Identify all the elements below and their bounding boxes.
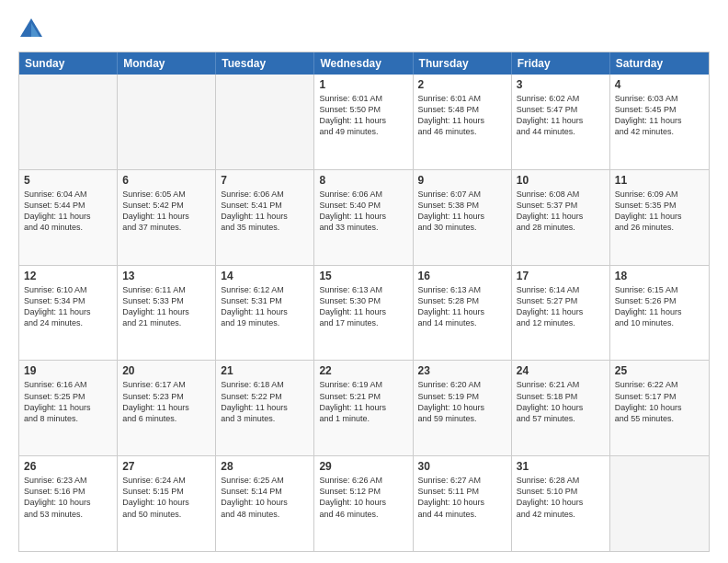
day-number: 21 bbox=[221, 364, 309, 377]
cell-text: Sunrise: 6:12 AM Sunset: 5:31 PM Dayligh… bbox=[221, 284, 309, 329]
day-number: 3 bbox=[517, 78, 605, 91]
cell-text: Sunrise: 6:14 AM Sunset: 5:27 PM Dayligh… bbox=[517, 284, 605, 329]
header bbox=[18, 17, 710, 42]
calendar-row: 1Sunrise: 6:01 AM Sunset: 5:50 PM Daylig… bbox=[19, 75, 709, 170]
day-number: 20 bbox=[122, 364, 210, 377]
calendar-cell: 27Sunrise: 6:24 AM Sunset: 5:15 PM Dayli… bbox=[118, 456, 216, 551]
day-number: 12 bbox=[24, 270, 112, 282]
calendar-cell: 7Sunrise: 6:06 AM Sunset: 5:41 PM Daylig… bbox=[216, 170, 314, 265]
calendar-cell: 8Sunrise: 6:06 AM Sunset: 5:40 PM Daylig… bbox=[314, 170, 413, 265]
calendar-cell: 15Sunrise: 6:13 AM Sunset: 5:30 PM Dayli… bbox=[314, 266, 413, 361]
day-number: 9 bbox=[418, 174, 506, 187]
calendar-cell: 24Sunrise: 6:21 AM Sunset: 5:18 PM Dayli… bbox=[512, 361, 610, 455]
cell-text: Sunrise: 6:28 AM Sunset: 5:10 PM Dayligh… bbox=[517, 475, 605, 520]
day-number: 18 bbox=[615, 270, 704, 282]
header-cell-sunday: Sunday bbox=[19, 52, 118, 75]
calendar-row: 12Sunrise: 6:10 AM Sunset: 5:34 PM Dayli… bbox=[19, 266, 709, 362]
cell-text: Sunrise: 6:18 AM Sunset: 5:22 PM Dayligh… bbox=[221, 379, 309, 424]
calendar-cell: 29Sunrise: 6:26 AM Sunset: 5:12 PM Dayli… bbox=[314, 456, 413, 551]
cell-text: Sunrise: 6:17 AM Sunset: 5:23 PM Dayligh… bbox=[122, 379, 210, 424]
day-number: 29 bbox=[319, 460, 407, 473]
header-cell-saturday: Saturday bbox=[610, 52, 709, 75]
calendar-row: 26Sunrise: 6:23 AM Sunset: 5:16 PM Dayli… bbox=[19, 456, 709, 551]
cell-text: Sunrise: 6:02 AM Sunset: 5:47 PM Dayligh… bbox=[517, 93, 605, 138]
calendar-cell: 4Sunrise: 6:03 AM Sunset: 5:45 PM Daylig… bbox=[610, 75, 709, 169]
calendar-cell: 2Sunrise: 6:01 AM Sunset: 5:48 PM Daylig… bbox=[414, 75, 512, 169]
calendar-cell: 11Sunrise: 6:09 AM Sunset: 5:35 PM Dayli… bbox=[610, 170, 709, 265]
page: SundayMondayTuesdayWednesdayThursdayFrid… bbox=[0, 0, 728, 563]
cell-text: Sunrise: 6:09 AM Sunset: 5:35 PM Dayligh… bbox=[615, 189, 704, 234]
calendar-cell bbox=[610, 456, 709, 551]
day-number: 19 bbox=[24, 364, 112, 377]
cell-text: Sunrise: 6:19 AM Sunset: 5:21 PM Dayligh… bbox=[319, 379, 407, 424]
calendar-cell: 5Sunrise: 6:04 AM Sunset: 5:44 PM Daylig… bbox=[19, 170, 118, 265]
day-number: 11 bbox=[615, 174, 704, 187]
cell-text: Sunrise: 6:06 AM Sunset: 5:41 PM Dayligh… bbox=[221, 189, 309, 234]
logo-icon bbox=[18, 17, 44, 42]
calendar-cell: 19Sunrise: 6:16 AM Sunset: 5:25 PM Dayli… bbox=[19, 361, 118, 455]
calendar-cell bbox=[118, 75, 216, 169]
cell-text: Sunrise: 6:27 AM Sunset: 5:11 PM Dayligh… bbox=[418, 475, 506, 520]
day-number: 7 bbox=[221, 174, 309, 187]
cell-text: Sunrise: 6:05 AM Sunset: 5:42 PM Dayligh… bbox=[122, 189, 210, 234]
cell-text: Sunrise: 6:06 AM Sunset: 5:40 PM Dayligh… bbox=[319, 189, 407, 234]
header-cell-thursday: Thursday bbox=[414, 52, 512, 75]
cell-text: Sunrise: 6:13 AM Sunset: 5:30 PM Dayligh… bbox=[319, 284, 407, 329]
cell-text: Sunrise: 6:24 AM Sunset: 5:15 PM Dayligh… bbox=[122, 475, 210, 520]
header-cell-tuesday: Tuesday bbox=[216, 52, 314, 75]
calendar-cell: 3Sunrise: 6:02 AM Sunset: 5:47 PM Daylig… bbox=[512, 75, 610, 169]
day-number: 23 bbox=[418, 364, 506, 377]
cell-text: Sunrise: 6:13 AM Sunset: 5:28 PM Dayligh… bbox=[418, 284, 506, 329]
calendar-cell: 1Sunrise: 6:01 AM Sunset: 5:50 PM Daylig… bbox=[314, 75, 413, 169]
calendar-cell: 26Sunrise: 6:23 AM Sunset: 5:16 PM Dayli… bbox=[19, 456, 118, 551]
calendar-cell: 28Sunrise: 6:25 AM Sunset: 5:14 PM Dayli… bbox=[216, 456, 314, 551]
calendar-cell: 18Sunrise: 6:15 AM Sunset: 5:26 PM Dayli… bbox=[610, 266, 709, 361]
cell-text: Sunrise: 6:04 AM Sunset: 5:44 PM Dayligh… bbox=[24, 189, 112, 234]
cell-text: Sunrise: 6:03 AM Sunset: 5:45 PM Dayligh… bbox=[615, 93, 704, 138]
calendar-cell: 20Sunrise: 6:17 AM Sunset: 5:23 PM Dayli… bbox=[118, 361, 216, 455]
calendar-cell bbox=[216, 75, 314, 169]
calendar-cell: 12Sunrise: 6:10 AM Sunset: 5:34 PM Dayli… bbox=[19, 266, 118, 361]
calendar-row: 5Sunrise: 6:04 AM Sunset: 5:44 PM Daylig… bbox=[19, 170, 709, 266]
calendar-cell: 13Sunrise: 6:11 AM Sunset: 5:33 PM Dayli… bbox=[118, 266, 216, 361]
cell-text: Sunrise: 6:22 AM Sunset: 5:17 PM Dayligh… bbox=[615, 379, 704, 424]
calendar-cell: 9Sunrise: 6:07 AM Sunset: 5:38 PM Daylig… bbox=[414, 170, 512, 265]
day-number: 30 bbox=[418, 460, 506, 473]
cell-text: Sunrise: 6:01 AM Sunset: 5:48 PM Dayligh… bbox=[418, 93, 506, 138]
day-number: 14 bbox=[221, 270, 309, 282]
day-number: 2 bbox=[418, 78, 506, 91]
calendar-cell: 10Sunrise: 6:08 AM Sunset: 5:37 PM Dayli… bbox=[512, 170, 610, 265]
day-number: 8 bbox=[319, 174, 407, 187]
logo bbox=[18, 17, 48, 42]
day-number: 6 bbox=[122, 174, 210, 187]
cell-text: Sunrise: 6:26 AM Sunset: 5:12 PM Dayligh… bbox=[319, 475, 407, 520]
cell-text: Sunrise: 6:20 AM Sunset: 5:19 PM Dayligh… bbox=[418, 379, 506, 424]
calendar-cell: 21Sunrise: 6:18 AM Sunset: 5:22 PM Dayli… bbox=[216, 361, 314, 455]
calendar-cell: 25Sunrise: 6:22 AM Sunset: 5:17 PM Dayli… bbox=[610, 361, 709, 455]
calendar-cell: 31Sunrise: 6:28 AM Sunset: 5:10 PM Dayli… bbox=[512, 456, 610, 551]
day-number: 31 bbox=[517, 460, 605, 473]
calendar-header: SundayMondayTuesdayWednesdayThursdayFrid… bbox=[19, 52, 709, 75]
cell-text: Sunrise: 6:08 AM Sunset: 5:37 PM Dayligh… bbox=[517, 189, 605, 234]
calendar: SundayMondayTuesdayWednesdayThursdayFrid… bbox=[18, 52, 710, 552]
cell-text: Sunrise: 6:25 AM Sunset: 5:14 PM Dayligh… bbox=[221, 475, 309, 520]
cell-text: Sunrise: 6:23 AM Sunset: 5:16 PM Dayligh… bbox=[24, 475, 112, 520]
day-number: 16 bbox=[418, 270, 506, 282]
calendar-row: 19Sunrise: 6:16 AM Sunset: 5:25 PM Dayli… bbox=[19, 361, 709, 456]
day-number: 22 bbox=[319, 364, 407, 377]
day-number: 10 bbox=[517, 174, 605, 187]
header-cell-monday: Monday bbox=[118, 52, 216, 75]
calendar-cell: 17Sunrise: 6:14 AM Sunset: 5:27 PM Dayli… bbox=[512, 266, 610, 361]
day-number: 4 bbox=[615, 78, 704, 91]
calendar-body: 1Sunrise: 6:01 AM Sunset: 5:50 PM Daylig… bbox=[19, 75, 709, 551]
cell-text: Sunrise: 6:07 AM Sunset: 5:38 PM Dayligh… bbox=[418, 189, 506, 234]
calendar-cell: 30Sunrise: 6:27 AM Sunset: 5:11 PM Dayli… bbox=[414, 456, 512, 551]
cell-text: Sunrise: 6:16 AM Sunset: 5:25 PM Dayligh… bbox=[24, 379, 112, 424]
cell-text: Sunrise: 6:11 AM Sunset: 5:33 PM Dayligh… bbox=[122, 284, 210, 329]
day-number: 13 bbox=[122, 270, 210, 282]
day-number: 17 bbox=[517, 270, 605, 282]
day-number: 5 bbox=[24, 174, 112, 187]
day-number: 27 bbox=[122, 460, 210, 473]
cell-text: Sunrise: 6:21 AM Sunset: 5:18 PM Dayligh… bbox=[517, 379, 605, 424]
day-number: 15 bbox=[319, 270, 407, 282]
